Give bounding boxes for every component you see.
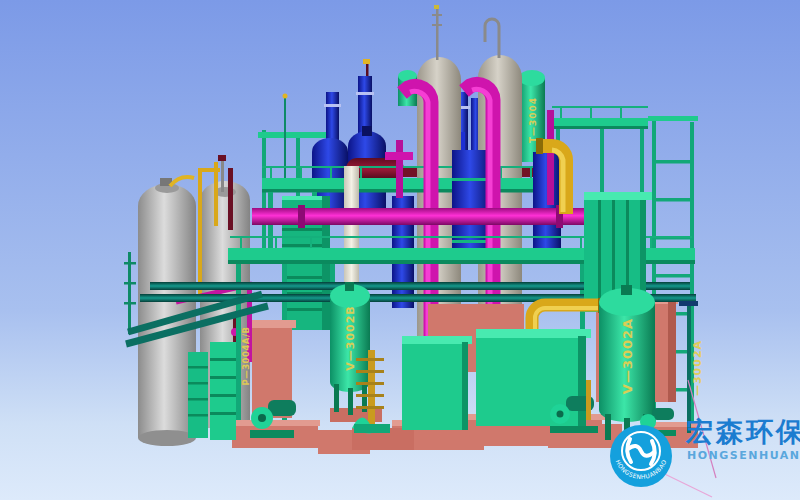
logo-chinese-name: 宏森环保 — [685, 416, 800, 447]
label-vessel-V3002A: V—3002A — [620, 318, 635, 394]
company-logo: HONGSENHUANBAO — [610, 425, 672, 487]
logo-english-name: HONGSENHUANBAO — [687, 449, 800, 462]
plant-render-viewport: T—3004 — [0, 0, 800, 500]
label-pump-group: P—3004A/B — [241, 326, 251, 385]
plate-stacks-bottom-left — [188, 342, 236, 440]
left-storage-tank-front — [138, 177, 196, 446]
plant-3d-render: T—3004 — [0, 0, 800, 500]
label-pole-3002A: —3002A — [691, 340, 704, 396]
green-box-tank-1 — [402, 336, 472, 430]
green-box-tank-2 — [476, 329, 591, 426]
label-vessel-V3002B: V—3002B — [344, 305, 357, 371]
label-column-T3004: T—3004 — [528, 97, 538, 143]
